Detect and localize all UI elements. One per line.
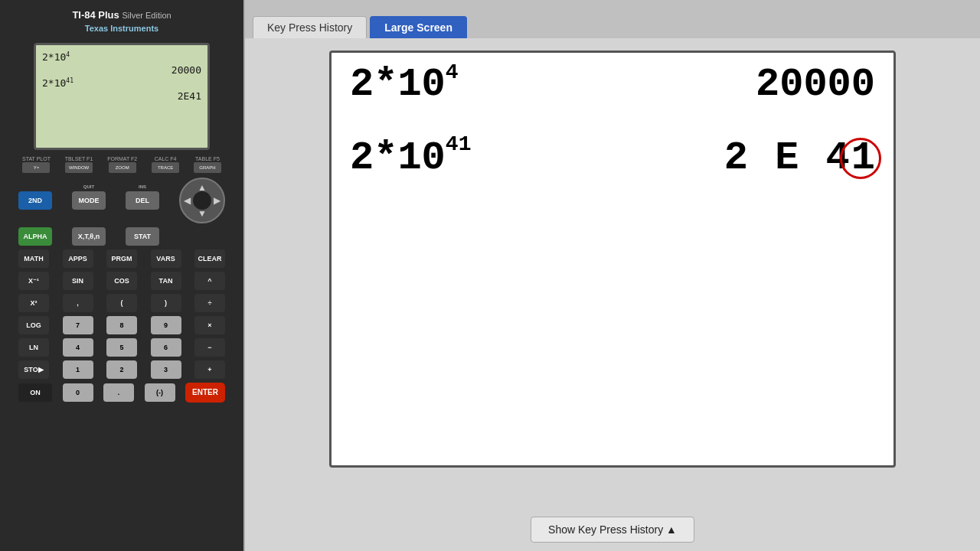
btn-xsq[interactable]: X²	[18, 294, 49, 312]
nav-left-arrow[interactable]: ◀	[184, 195, 191, 206]
calc-brand: Texas Instruments	[85, 24, 158, 33]
tab-bar: Key Press History Large Screen	[245, 0, 980, 38]
btn-row-7: LN 4 5 6 −	[18, 338, 225, 357]
f2-group[interactable]: TBLSET F1 WINDOW	[65, 156, 93, 173]
screen-val-2: 2E41	[178, 90, 201, 102]
btn-power[interactable]: ^	[194, 272, 225, 290]
screen-result-2: 2E41	[42, 90, 201, 102]
btn-on[interactable]: ON	[18, 383, 52, 402]
nav-right-arrow[interactable]: ▶	[214, 195, 220, 206]
nav-center-btn[interactable]	[193, 191, 211, 210]
btn-mul[interactable]: ×	[194, 316, 225, 334]
large-expr-2: 2*10 41	[350, 135, 471, 181]
btn-xtn[interactable]: X,T,θ,n	[72, 227, 106, 246]
btn-enter[interactable]: ENTER	[185, 383, 225, 403]
btn-3[interactable]: 3	[151, 360, 181, 379]
f4-button[interactable]: TRACE	[152, 162, 179, 173]
btn-0[interactable]: 0	[63, 383, 93, 402]
nav-pad[interactable]: ▲ ▼ ◀ ▶	[179, 178, 225, 223]
btn-1[interactable]: 1	[63, 360, 93, 379]
large-result-2-last: 1	[851, 135, 875, 181]
tab-key-press-history[interactable]: Key Press History	[253, 16, 367, 38]
f3-button[interactable]: ZOOM	[109, 162, 136, 173]
btn-xinv[interactable]: X⁻¹	[18, 272, 49, 290]
f5-button[interactable]: GRAPH	[194, 162, 221, 173]
spacer-1	[350, 112, 875, 135]
btn-prgm[interactable]: PRGM	[106, 249, 137, 268]
main-panel: Key Press History Large Screen 2*104 200…	[245, 0, 980, 551]
btn-ln[interactable]: LN	[18, 338, 49, 357]
screen-line-2: 2*1041	[42, 77, 201, 89]
f3-top-label: FORMAT F2	[107, 156, 137, 161]
show-key-press-history-button[interactable]: Show Key Press History ▲	[531, 517, 694, 543]
btn-lparen[interactable]: (	[106, 294, 137, 312]
btn-del[interactable]: INS DEL	[126, 191, 159, 210]
btn-decimal[interactable]: .	[103, 383, 134, 402]
btn-5[interactable]: 5	[106, 338, 137, 357]
large-expr-2-text: 2*10	[350, 135, 446, 181]
btn-row-1: 2ND QUIT MODE INS DEL ▲ ▼ ◀ ▶	[18, 178, 225, 223]
btn-2[interactable]: 2	[106, 360, 137, 379]
calculator-title: TI-84 Plus Silver Edition Texas Instrume…	[72, 9, 171, 35]
tab-large-screen[interactable]: Large Screen	[370, 16, 467, 38]
btn-div[interactable]: ÷	[194, 294, 225, 312]
del-top: INS	[139, 184, 146, 189]
f5-top-label: TABLE F5	[195, 156, 220, 161]
large-result-2-text: 2 E 4	[724, 135, 851, 181]
btn-2nd[interactable]: 2ND	[18, 191, 52, 210]
btn-sub[interactable]: −	[194, 338, 225, 357]
f4-group[interactable]: CALC F4 TRACE	[152, 156, 179, 173]
f1-button[interactable]: Y=	[22, 162, 50, 173]
calc-button-area: 2ND QUIT MODE INS DEL ▲ ▼ ◀ ▶ ALPHA	[18, 178, 225, 403]
btn-apps[interactable]: APPS	[63, 249, 93, 268]
btn-4[interactable]: 4	[63, 338, 93, 357]
nav-outer-ring[interactable]: ▲ ▼ ◀ ▶	[179, 178, 225, 223]
btn-neg[interactable]: (-)	[145, 383, 175, 402]
function-key-row: STAT PLOT Y= TBLSET F1 WINDOW FORMAT F2 …	[22, 156, 221, 173]
btn-row-2: ALPHA X,T,θ,n STAT	[18, 227, 225, 246]
f5-group[interactable]: TABLE F5 GRAPH	[194, 156, 221, 173]
btn-clear[interactable]: CLEAR	[194, 249, 225, 268]
btn-comma[interactable]: ,	[63, 294, 93, 312]
btn-6[interactable]: 6	[151, 338, 181, 357]
btn-vars[interactable]: VARS	[151, 249, 181, 268]
btn-math[interactable]: MATH	[18, 249, 49, 268]
btn-8[interactable]: 8	[106, 316, 137, 334]
calculator-screen: 2*104 20000 2*1041 2E41	[34, 43, 210, 150]
large-screen-container: 2*104 20000 2*10 41 2 E 41	[245, 38, 980, 508]
f4-top-label: CALC F4	[155, 156, 177, 161]
large-screen-display: 2*104 20000 2*10 41 2 E 41	[329, 51, 896, 468]
btn-sto[interactable]: STO▶	[18, 360, 49, 379]
large-row-1: 2*104 20000	[350, 65, 875, 105]
btn-row-5: X² , ( ) ÷	[18, 294, 225, 312]
btn-add[interactable]: +	[194, 360, 225, 379]
btn-mode[interactable]: QUIT MODE	[72, 191, 106, 210]
calc-edition: Silver Edition	[122, 11, 171, 20]
btn-stat[interactable]: STAT	[126, 227, 159, 246]
btn-sin[interactable]: SIN	[63, 272, 93, 290]
btn-alpha[interactable]: ALPHA	[18, 227, 52, 246]
btn-7[interactable]: 7	[63, 316, 93, 334]
calc-model: TI-84 Plus	[72, 9, 119, 21]
btn-rparen[interactable]: )	[151, 294, 181, 312]
btn-tan[interactable]: TAN	[151, 272, 181, 290]
btn-cos[interactable]: COS	[106, 272, 137, 290]
screen-expr-1: 2*104	[42, 51, 70, 63]
large-row-2: 2*10 41 2 E 41	[350, 135, 875, 181]
calculator: TI-84 Plus Silver Edition Texas Instrume…	[0, 0, 245, 551]
large-exp-2: 41	[446, 132, 472, 156]
mode-top: QUIT	[83, 184, 94, 189]
bottom-bar: Show Key Press History ▲	[245, 508, 980, 551]
nav-down-arrow[interactable]: ▼	[198, 208, 207, 219]
btn-row-3: MATH APPS PRGM VARS CLEAR	[18, 249, 225, 268]
btn-log[interactable]: LOG	[18, 316, 49, 334]
large-expr-1: 2*104	[350, 65, 459, 105]
f2-button[interactable]: WINDOW	[65, 162, 93, 173]
f3-group[interactable]: FORMAT F2 ZOOM	[107, 156, 137, 173]
f2-top-label: TBLSET F1	[65, 156, 93, 161]
btn-row-8: STO▶ 1 2 3 +	[18, 360, 225, 379]
btn-row-9: ON 0 . (-) ENTER	[18, 383, 225, 403]
large-exp-1: 4	[446, 62, 459, 83]
f1-group[interactable]: STAT PLOT Y=	[22, 156, 51, 173]
btn-9[interactable]: 9	[151, 316, 181, 334]
